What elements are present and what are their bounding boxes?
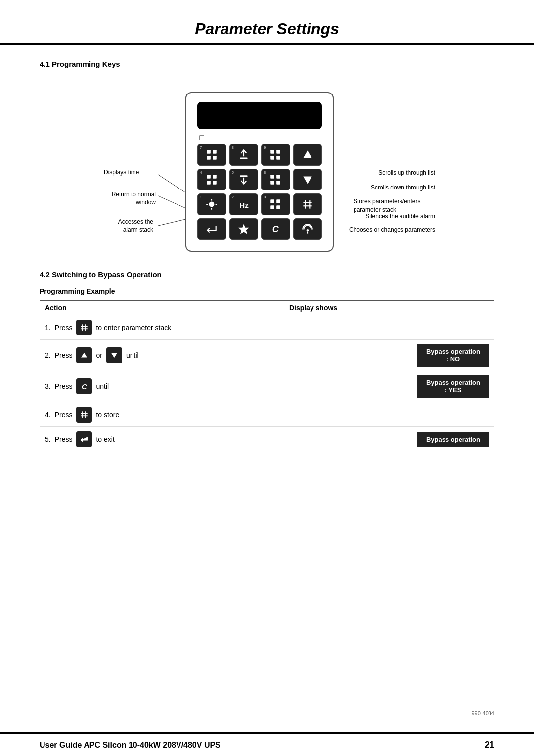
key-enter[interactable] [197,218,226,240]
annotation-stores-params: Stores parameters/enters parameter stack [354,197,435,214]
svg-text:Hz: Hz [239,201,249,209]
key-3[interactable]: 3 [261,193,290,215]
row4-press: Press [55,411,73,419]
row1-key-grid[interactable] [76,320,92,335]
row3-press: Press [55,382,73,390]
keypad-led [199,135,204,140]
svg-rect-19 [213,175,217,179]
row3-text: until [96,382,109,390]
svg-rect-30 [271,199,275,203]
key-8[interactable]: 8 [229,144,259,166]
row5-number: 5. [45,435,51,443]
svg-marker-27 [303,177,312,184]
svg-rect-32 [271,205,275,209]
svg-rect-11 [213,156,217,160]
svg-marker-38 [238,224,249,234]
annotation-displays-time: Displays time [104,169,139,177]
keypad-display [197,102,322,129]
svg-rect-10 [207,156,211,160]
row5-press: Press [55,435,73,443]
key-9[interactable]: 9 [261,144,290,166]
key-6[interactable]: 6 [261,169,290,190]
svg-rect-31 [276,199,280,203]
svg-rect-18 [207,175,211,179]
annotation-scrolls-down: Scrolls down through list [371,184,435,192]
action-col-5: 5. Press to exit [45,431,289,447]
page-title: Parameter Settings [30,20,504,38]
page-footer: User Guide APC Silcon 10-40kW 208V/480V … [0,732,534,756]
svg-point-28 [209,202,215,207]
table-row: 1. Press to enter parameter stack [40,315,494,340]
svg-rect-24 [276,175,280,179]
svg-rect-15 [271,156,275,160]
annotation-chooses-changes: Chooses or changes parameters [349,226,435,234]
main-content: 4.1 Programming Keys Displays time Retur… [0,45,534,732]
key-2[interactable]: 2 Hz [229,193,259,215]
svg-marker-45 [81,353,87,358]
row2-press: Press [55,351,73,359]
key-down[interactable] [293,169,322,190]
display-badge-bypass-no: Bypass operation: NO [417,344,489,367]
svg-point-39 [307,229,309,231]
table-row: 5. Press to exit Bypass operation [40,427,494,452]
col-display-header: Display shows [289,304,489,312]
svg-rect-9 [213,150,217,154]
table-row: 2. Press or until Bypass operatio [40,340,494,371]
row2-or: or [96,351,102,359]
key-star[interactable] [229,218,259,240]
col-action-header: Action [45,304,289,312]
doc-number: 990-4034 [472,710,495,716]
row4-text: to store [96,411,119,419]
key-4[interactable]: 4 [197,169,226,190]
key-store[interactable] [293,193,322,215]
keypad-outer: 7 8 9 [185,92,334,252]
svg-marker-46 [111,353,117,358]
action-col-1: 1. Press to enter parameter stack [45,320,289,335]
key-c[interactable]: C [261,218,290,240]
row2-key-up[interactable] [76,347,92,363]
section-41-heading: 4.1 Programming Keys [40,60,494,68]
row1-press: Press [55,324,73,331]
display-badge-bypass-final: Bypass operation [417,432,489,447]
row3-key-c[interactable]: C [76,378,92,394]
svg-rect-8 [207,150,211,154]
section-41: 4.1 Programming Keys Displays time Retur… [40,60,494,255]
annotation-return-normal: Return to normal window [96,191,156,206]
keypad-device: 7 8 9 [185,92,334,252]
key-1[interactable]: 1 [197,193,226,215]
keypad-grid: 7 8 9 [197,144,322,240]
svg-rect-23 [271,175,275,179]
annotation-silences-alarm: Silences the audible alarm [365,212,435,221]
action-col-3: 3. Press C until [45,378,289,394]
display-col-3: Bypass operation: YES [289,375,489,398]
section-42-heading: 4.2 Switching to Bypass Operation [40,270,494,279]
keypad-led-row [197,135,322,140]
row4-key-grid[interactable] [76,407,92,423]
svg-rect-26 [276,181,280,185]
annotation-alarm-stack: Accesses the alarm stack [104,218,153,234]
svg-rect-21 [213,181,217,185]
key-7[interactable]: 7 [197,144,226,166]
action-col-4: 4. Press to store [45,407,289,423]
table-header: Action Display shows [40,301,494,315]
svg-rect-33 [276,205,280,209]
row2-number: 2. [45,351,51,359]
footer-page: 21 [485,740,494,750]
table-row: 4. Press to store [40,402,494,427]
programming-table: Action Display shows 1. Press [40,300,494,452]
key-up[interactable] [293,144,322,166]
key-alarm[interactable] [293,218,322,240]
svg-rect-14 [276,150,280,154]
row2-key-down[interactable] [106,347,122,363]
row5-key-enter[interactable] [76,431,92,447]
svg-rect-13 [271,150,275,154]
programming-example-heading: Programming Example [40,287,494,295]
display-col-2: Bypass operation: NO [289,344,489,367]
action-col-2: 2. Press or until [45,347,289,363]
key-5[interactable]: 5 [229,169,259,190]
row1-number: 1. [45,324,51,331]
row2-text: until [126,351,139,359]
row1-text: to enter parameter stack [96,324,171,331]
display-badge-bypass-yes: Bypass operation: YES [417,375,489,398]
row3-number: 3. [45,382,51,390]
